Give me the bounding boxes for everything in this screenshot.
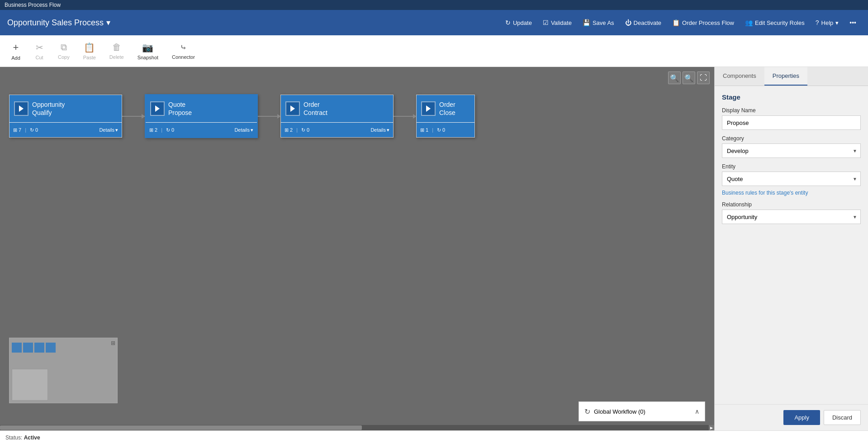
- zoom-in-icon: 🔍: [684, 74, 693, 82]
- tab-properties[interactable]: Properties: [764, 67, 807, 86]
- stage-conditions-3: ↻ 0: [301, 127, 309, 133]
- mini-stage-4: [46, 343, 56, 353]
- more-options-button[interactable]: •••: [845, 16, 861, 29]
- paste-button[interactable]: 📋 Paste: [77, 39, 102, 63]
- entity-label: Entity: [722, 163, 861, 170]
- mini-stage-2: [23, 343, 33, 353]
- app-title-text: Opportunity Sales Process: [7, 18, 104, 28]
- global-workflow-collapse-button[interactable]: ∧: [695, 408, 699, 415]
- fit-screen-button[interactable]: ⛶: [697, 72, 710, 84]
- cut-label: Cut: [35, 55, 43, 60]
- copy-icon: ⧉: [61, 42, 67, 53]
- category-select[interactable]: Qualify Develop Propose Close: [722, 143, 861, 158]
- svg-marker-3: [426, 105, 431, 112]
- conditions-icon-3: ↻: [301, 127, 305, 133]
- global-workflow-icon: ↻: [584, 407, 590, 416]
- help-label: Help: [821, 19, 834, 26]
- stage-steps-3: ⊞ 2: [285, 127, 293, 133]
- stage-quote-propose[interactable]: Quote Propose ⊞ 2 | ↻ 0 D: [145, 94, 258, 138]
- stage-icon-4: [421, 101, 436, 116]
- add-button[interactable]: + Add: [5, 39, 27, 63]
- conditions-icon-4: ↻: [437, 127, 441, 133]
- save-as-button[interactable]: 💾 Save As: [578, 16, 619, 29]
- right-panel: Components Properties Stage Display Name…: [714, 67, 868, 430]
- update-label: Update: [513, 19, 532, 26]
- connector-3-4: [394, 116, 416, 117]
- display-name-input[interactable]: [722, 115, 861, 130]
- deactivate-label: Deactivate: [634, 19, 661, 26]
- stage-icon-3: [285, 101, 300, 116]
- zoom-in-button[interactable]: 🔍: [683, 72, 695, 84]
- deactivate-button[interactable]: ⏻ Deactivate: [621, 16, 666, 29]
- connector-2-3: [258, 116, 280, 117]
- stage-title-3: Order Contract: [304, 100, 327, 117]
- stage-conditions-1: ↻ 0: [30, 127, 38, 133]
- delete-button[interactable]: 🗑 Delete: [103, 39, 130, 62]
- connector-button[interactable]: ⤷ Connector: [166, 40, 201, 62]
- stage-opportunity-qualify[interactable]: Opportunity Qualify ⊞ 7 | ↻ 0: [9, 95, 122, 138]
- conditions-icon-1: ↻: [30, 127, 34, 133]
- stage-order-contract[interactable]: Order Contract ⊞ 2 | ↻ 0: [280, 95, 394, 138]
- category-label: Category: [722, 135, 861, 142]
- global-workflow-panel: ↻ Global Workflow (0) ∧: [579, 401, 705, 421]
- help-chevron-icon: ▾: [835, 19, 839, 26]
- validate-label: Validate: [551, 19, 572, 26]
- save-as-label: Save As: [593, 19, 614, 26]
- apply-button[interactable]: Apply: [783, 410, 820, 425]
- statusbar: Status: Active: [0, 430, 868, 444]
- cut-icon: ✂: [36, 42, 43, 53]
- copy-button[interactable]: ⧉ Copy: [52, 39, 76, 62]
- stage-title-1: Opportunity Qualify: [32, 100, 65, 117]
- zoom-out-icon: 🔍: [670, 74, 679, 82]
- titlebar-text: Business Process Flow: [5, 2, 61, 8]
- global-workflow-label: Global Workflow (0): [594, 408, 691, 415]
- snapshot-button[interactable]: 📷 Snapshot: [131, 39, 165, 63]
- delete-label: Delete: [109, 54, 124, 60]
- stage-header-2: Quote Propose: [146, 95, 257, 122]
- connector-1-2: [122, 116, 145, 117]
- stage-details-button-1[interactable]: Details ▾: [99, 127, 118, 133]
- relationship-select[interactable]: Opportunity Quote Order: [722, 210, 861, 224]
- stage-order-close[interactable]: Order Close ⊞ 1 | ↻ 0: [416, 95, 475, 138]
- cut-button[interactable]: ✂ Cut: [28, 39, 51, 63]
- details-label-2: Details: [234, 127, 250, 133]
- help-button[interactable]: ? Help ▾: [811, 16, 844, 29]
- canvas-scrollbar-thumb[interactable]: [0, 425, 362, 430]
- main-area: 🔍 🔍 ⛶ Opportunity Qualify: [0, 67, 868, 430]
- business-rules-link[interactable]: Business rules for this stage's entity: [722, 190, 861, 196]
- tab-components[interactable]: Components: [715, 67, 764, 86]
- stage-steps-1: ⊞ 7: [13, 127, 21, 133]
- details-chevron-icon-3: ▾: [387, 127, 389, 133]
- order-process-flow-button[interactable]: 📋 Order Process Flow: [668, 16, 739, 29]
- stage-details-button-3[interactable]: Details ▾: [370, 127, 389, 133]
- stage-header-4: Order Close: [417, 95, 474, 122]
- canvas-area[interactable]: 🔍 🔍 ⛶ Opportunity Qualify: [0, 67, 714, 430]
- update-button[interactable]: ↻ Update: [501, 16, 536, 29]
- connector-icon: ⤷: [180, 43, 187, 53]
- panel-content: Stage Display Name Category Qualify Deve…: [715, 86, 868, 404]
- details-chevron-icon-2: ▾: [251, 127, 253, 133]
- stage-footer-2: ⊞ 2 | ↻ 0 Details ▾: [146, 123, 257, 137]
- steps-icon-3: ⊞: [285, 127, 289, 133]
- panel-footer: Apply Discard: [715, 404, 868, 430]
- minimap-content: [12, 343, 56, 353]
- entity-select-wrapper: Opportunity Quote Order ▼: [722, 172, 861, 186]
- canvas-scrollbar-right-button[interactable]: ▶: [709, 425, 714, 430]
- stage-details-button-2[interactable]: Details ▾: [234, 127, 253, 133]
- minimap-viewport: [12, 369, 48, 401]
- discard-button[interactable]: Discard: [824, 410, 861, 425]
- connector-label: Connector: [172, 54, 195, 60]
- title-chevron-icon[interactable]: ▾: [106, 18, 110, 28]
- details-chevron-icon-1: ▾: [115, 127, 118, 133]
- minimap-expand-button[interactable]: ⊞: [111, 340, 115, 346]
- zoom-out-button[interactable]: 🔍: [668, 72, 681, 84]
- validate-button[interactable]: ☑ Validate: [538, 16, 576, 29]
- relationship-label: Relationship: [722, 201, 861, 208]
- canvas-horizontal-scrollbar[interactable]: ▶: [0, 425, 714, 430]
- stage-footer-4: ⊞ 1 | ↻ 0: [417, 123, 474, 137]
- canvas-toolbar: 🔍 🔍 ⛶: [668, 72, 710, 84]
- deactivate-icon: ⏻: [625, 19, 631, 26]
- entity-select[interactable]: Opportunity Quote Order: [722, 172, 861, 186]
- status-value: Active: [24, 434, 40, 441]
- edit-security-roles-button[interactable]: 👥 Edit Security Roles: [740, 16, 809, 29]
